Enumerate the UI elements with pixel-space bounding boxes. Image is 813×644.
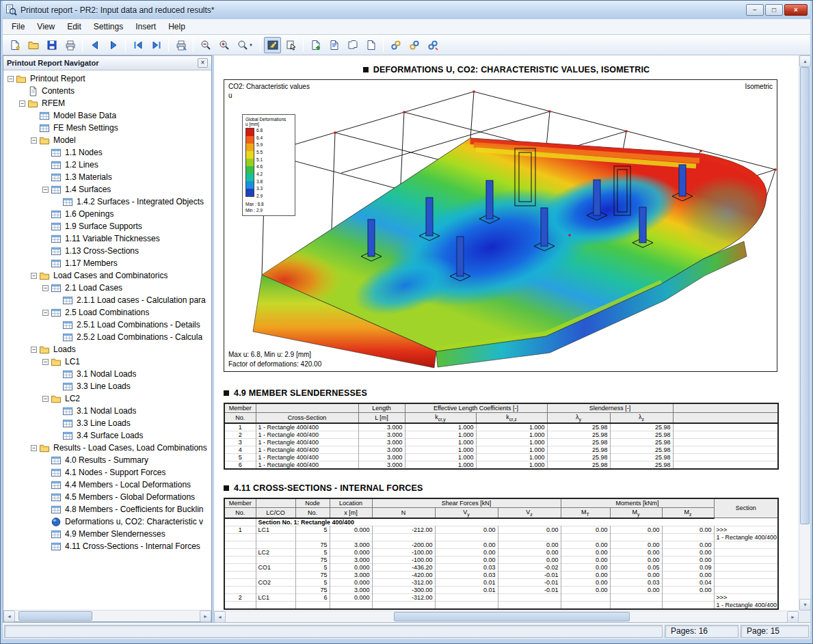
tree-item[interactable]: 2.1.1 Load cases - Calculation para — [3, 294, 211, 306]
tree-item[interactable]: FE Mesh Settings — [3, 122, 211, 134]
scroll-up-icon[interactable]: ▲ — [799, 55, 811, 67]
maximize-button[interactable]: □ — [765, 4, 783, 16]
tree-item[interactable]: 3.3 Line Loads — [3, 417, 211, 429]
toolbar-new-report-button[interactable] — [6, 37, 23, 53]
menu-insert[interactable]: Insert — [129, 20, 162, 33]
tree-item[interactable]: 1.3 Materials — [3, 171, 211, 183]
menu-settings[interactable]: Settings — [88, 20, 129, 33]
tree-item[interactable]: 1.2 Lines — [3, 159, 211, 171]
tree-expander-icon[interactable]: − — [31, 347, 37, 353]
tree-item[interactable]: −LC2 — [3, 392, 211, 405]
tree-item[interactable]: 2.5.2 Load Combinations - Calcula — [3, 331, 211, 343]
tree-item[interactable]: −2.5 Load Combinations — [3, 306, 211, 319]
toolbar-insert-text-block-button[interactable] — [325, 37, 343, 53]
toolbar-zoom-select-button[interactable]: ▼ — [234, 37, 256, 53]
toolbar-zoom-in-button[interactable] — [215, 37, 232, 53]
horizontal-scrollbar[interactable]: ◄ ► — [214, 611, 799, 622]
tree-expander-icon[interactable]: − — [42, 359, 49, 365]
tree-expander-icon[interactable]: − — [31, 273, 37, 279]
tree-item[interactable]: −Model — [3, 134, 211, 146]
toolbar-print-report-button[interactable] — [62, 37, 79, 53]
toolbar-edit-picture-button[interactable] — [264, 37, 281, 53]
vertical-scrollbar[interactable]: ▲ ▼ — [799, 55, 810, 611]
toolbar-insert-file-button[interactable] — [344, 37, 361, 53]
tree-item[interactable]: 3.1 Nodal Loads — [3, 405, 211, 417]
toolbar-forward-button[interactable] — [105, 37, 122, 53]
minimize-button[interactable]: − — [746, 4, 764, 16]
tree-item[interactable]: −1.4 Surfaces — [3, 183, 211, 196]
tree-item[interactable]: 1.1 Nodes — [3, 146, 211, 159]
tree-expander-icon[interactable]: − — [8, 76, 14, 82]
scrollbar-track[interactable] — [799, 67, 810, 599]
tree-item[interactable]: Model Base Data — [3, 109, 211, 122]
toolbar-link-update-button[interactable] — [424, 37, 441, 53]
toolbar-open-report-button[interactable] — [25, 37, 42, 53]
toolbar-select-tool-button[interactable] — [282, 37, 299, 53]
title-bar[interactable]: Printout report - PR2: Input data and re… — [3, 1, 810, 19]
tree-item[interactable]: 1.13 Cross-Sections — [3, 245, 211, 257]
toolbar-insert-page-button[interactable] — [307, 37, 324, 53]
scrollbar-thumb[interactable] — [394, 612, 630, 621]
toolbar-first-page-button[interactable] — [129, 37, 146, 53]
navigator-close-icon[interactable]: × — [198, 58, 208, 68]
menu-edit[interactable]: Edit — [61, 20, 88, 33]
close-button[interactable]: × — [784, 4, 808, 16]
tree-item[interactable]: 4.1 Nodes - Support Forces — [3, 466, 211, 479]
tree-item[interactable]: −Printout Report — [3, 72, 211, 85]
tree-item[interactable]: 4.5 Members - Global Deformations — [3, 491, 211, 503]
tree-item[interactable]: 1.4.2 Surfaces - Integrated Objects — [3, 196, 211, 208]
tree-item[interactable]: −LC1 — [3, 355, 211, 368]
tree-expander-icon[interactable]: − — [31, 137, 37, 144]
toolbar-back-button[interactable] — [86, 37, 103, 53]
tree-item[interactable]: 1.9 Surface Supports — [3, 220, 211, 232]
tree-item[interactable]: −2.1 Load Cases — [3, 282, 211, 294]
tree-item[interactable]: 2.5.1 Load Combinations - Details — [3, 319, 211, 331]
tree-item[interactable]: 1.6 Openings — [3, 208, 211, 220]
toolbar-save-report-button[interactable] — [43, 37, 60, 53]
tree-expander-icon[interactable]: − — [42, 285, 49, 291]
toolbar-last-page-button[interactable] — [148, 37, 165, 53]
toolbar-link-graphic-button[interactable] — [387, 37, 404, 53]
tree-item[interactable]: −Loads — [3, 343, 211, 355]
tree-item[interactable]: Contents — [3, 85, 211, 97]
tree-item[interactable]: Deformations u, CO2: Characteristic v — [3, 515, 211, 528]
scroll-right-icon[interactable]: ► — [200, 611, 211, 622]
tree-item[interactable]: 4.4 Members - Local Deformations — [3, 479, 211, 491]
navigator-horizontal-scrollbar[interactable]: ◄ ► — [3, 610, 211, 621]
toolbar-insert-blank-page-button[interactable] — [362, 37, 379, 53]
toolbar-print-button[interactable] — [172, 37, 189, 53]
scrollbar-track[interactable] — [15, 611, 200, 621]
tree-item[interactable]: 3.1 Nodal Loads — [3, 368, 211, 380]
tree-item[interactable]: −Results - Load Cases, Load Combinations — [3, 442, 211, 454]
tree-item[interactable]: 3.4 Surface Loads — [3, 429, 211, 442]
table-row: 753.000-420.000.03-0.010.000.000.00 — [224, 571, 778, 578]
tree-item-label: Loads — [53, 345, 76, 354]
tree-expander-icon[interactable]: − — [42, 310, 49, 316]
tree-item[interactable]: 4.9 Member Slendernesses — [3, 528, 211, 540]
tree-item[interactable]: −RFEM — [3, 97, 211, 109]
menu-help[interactable]: Help — [162, 20, 191, 33]
scrollbar-thumb[interactable] — [800, 67, 810, 524]
tree-item[interactable]: 4.8 Members - Coefficients for Bucklin — [3, 503, 211, 515]
cell: -212.00 — [372, 526, 435, 533]
tree-expander-icon[interactable]: − — [42, 396, 49, 402]
menu-file[interactable]: File — [5, 20, 31, 33]
tree-item[interactable]: −Load Cases and Combinatorics — [3, 269, 211, 282]
tree-expander-icon[interactable]: − — [31, 445, 37, 451]
scrollbar-thumb[interactable] — [18, 611, 92, 621]
scroll-right-icon[interactable]: ► — [787, 611, 799, 623]
tree-item[interactable]: 4.0 Results - Summary — [3, 454, 211, 466]
toolbar-zoom-out-button[interactable] — [197, 37, 214, 53]
tree-item[interactable]: 1.17 Members — [3, 257, 211, 269]
scroll-down-icon[interactable]: ▼ — [799, 599, 811, 611]
scroll-left-icon[interactable]: ◄ — [214, 611, 226, 623]
tree-item[interactable]: 4.11 Cross-Sections - Internal Forces — [3, 540, 211, 552]
menu-view[interactable]: View — [31, 20, 61, 33]
scrollbar-track[interactable] — [226, 611, 787, 622]
tree-item[interactable]: 3.3 Line Loads — [3, 380, 211, 392]
toolbar-link-table-button[interactable] — [405, 37, 423, 53]
tree-expander-icon[interactable]: − — [42, 187, 49, 193]
scroll-left-icon[interactable]: ◄ — [3, 611, 15, 622]
tree-item[interactable]: 1.11 Variable Thicknesses — [3, 232, 211, 245]
tree-expander-icon[interactable]: − — [19, 100, 25, 107]
